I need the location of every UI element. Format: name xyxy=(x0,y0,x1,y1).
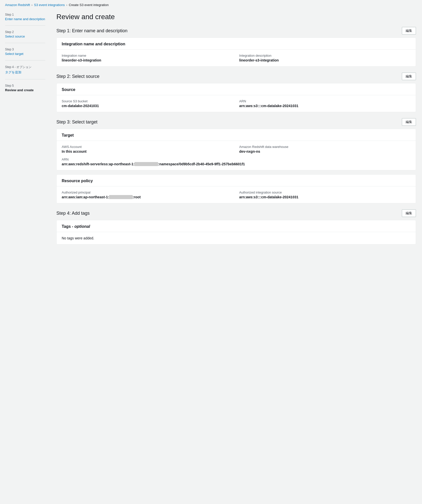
step2-card-body: Source S3 bucket cm-datalake-20241031 AR… xyxy=(57,95,416,112)
step4-title: タグを追加 xyxy=(5,70,45,75)
step5-title: Review and create xyxy=(5,88,45,92)
step4-label: Step 4 - オプション xyxy=(5,65,45,69)
target-field-row1: AWS Account In this account Amazon Redsh… xyxy=(62,145,411,153)
integration-name-value: lineorder-s3-integration xyxy=(62,58,233,62)
resource-policy-card-title: Resource policy xyxy=(57,175,416,186)
step2-title: Select source xyxy=(5,35,45,38)
resource-policy-card: Resource policy Authorized principal arn… xyxy=(56,174,416,203)
main-content: Review and create Step 1: Enter name and… xyxy=(50,9,422,503)
step5-label: Step 5 xyxy=(5,84,45,87)
section-step3-title: Step 3: Select target xyxy=(56,119,97,125)
section-step4-header: Step 4: Add tags 編集 xyxy=(56,209,416,217)
section-step2: Step 2: Select source 編集 Source Source S… xyxy=(56,73,416,112)
sidebar-step-5: Step 5 Review and create xyxy=(5,84,45,97)
authorized-principal-label: Authorized principal xyxy=(62,191,233,194)
authorized-principal-suffix: :root xyxy=(133,195,141,199)
edit-step1-button[interactable]: 編集 xyxy=(402,27,416,35)
authorized-integration-source: Authorized integration source arn:aws:s3… xyxy=(239,191,411,199)
sidebar-step-2: Step 2 Select source xyxy=(5,30,45,43)
authorized-integration-source-label: Authorized integration source xyxy=(239,191,411,194)
target-arn-redacted: 123456789012 xyxy=(134,162,158,166)
step2-label: Step 2 xyxy=(5,30,45,34)
section-step3: Step 3: Select target 編集 Target AWS Acco… xyxy=(56,118,416,203)
authorized-principal: Authorized principal arn:aws:iam:ap-nort… xyxy=(62,191,233,199)
step4-card-title-bold: Tags - xyxy=(62,224,74,229)
target-card-body: AWS Account In this account Amazon Redsh… xyxy=(57,141,416,170)
section-step1-title: Step 1: Enter name and description xyxy=(56,28,127,34)
step3-label: Step 3 xyxy=(5,48,45,51)
breadcrumb-current: Create S3 event integration xyxy=(69,3,109,7)
step1-card-body: Integration name lineorder-s3-integratio… xyxy=(57,50,416,66)
step2-card-title: Source xyxy=(57,83,416,95)
step1-link[interactable]: Enter name and description xyxy=(5,17,45,21)
integration-name-label: Integration name xyxy=(62,54,233,57)
authorized-principal-value: arn:aws:iam:ap-northeast-1:123456789012:… xyxy=(62,195,233,199)
sidebar-step-3: Step 3 Select target xyxy=(5,48,45,60)
redshift-dw-label: Amazon Redshift data warehouse xyxy=(239,145,411,149)
breadcrumb-s3-event-integrations[interactable]: S3 event integrations xyxy=(34,3,65,7)
target-arn-suffix: :namespace/0d9b5cdf-2b40-45e9-9ff1-257be… xyxy=(158,162,245,166)
step1-field-integration-desc: Integration description lineorder-s3-int… xyxy=(239,54,411,62)
step2-field-bucket: Source S3 bucket cm-datalake-20241031 xyxy=(62,99,233,108)
section-step2-header: Step 2: Select source 編集 xyxy=(56,73,416,80)
step1-card-title: Integration name and description xyxy=(57,38,416,50)
target-arn-prefix: arn:aws:redshift-serverless:ap-northeast… xyxy=(62,162,134,166)
step2-card: Source Source S3 bucket cm-datalake-2024… xyxy=(56,83,416,112)
resource-policy-card-body: Authorized principal arn:aws:iam:ap-nort… xyxy=(57,186,416,203)
source-arn-label: ARN xyxy=(239,99,411,103)
aws-account-value: In this account xyxy=(62,149,233,153)
authorized-principal-prefix: arn:aws:iam:ap-northeast-1: xyxy=(62,195,109,199)
sidebar-step-4: Step 4 - オプション タグを追加 xyxy=(5,65,45,79)
step3-link[interactable]: Select target xyxy=(5,52,23,56)
edit-step3-button[interactable]: 編集 xyxy=(402,118,416,126)
step4-card-title-italic: optional xyxy=(74,224,90,229)
target-redshift-dw: Amazon Redshift data warehouse dev-nxgn-… xyxy=(239,145,411,153)
authorized-principal-redacted: 123456789012 xyxy=(109,195,132,199)
section-step4-title: Step 4: Add tags xyxy=(56,211,90,216)
step4-card: Tags - optional No tags were added. xyxy=(56,220,416,244)
resource-policy-field-grid: Authorized principal arn:aws:iam:ap-nort… xyxy=(62,191,411,199)
section-step1: Step 1: Enter name and description 編集 In… xyxy=(56,27,416,67)
target-card: Target AWS Account In this account Amazo… xyxy=(56,129,416,170)
source-bucket-value: cm-datalake-20241031 xyxy=(62,104,233,108)
target-card-title: Target xyxy=(57,129,416,141)
target-arn-value: arn:aws:redshift-serverless:ap-northeast… xyxy=(62,162,411,166)
step1-title: Enter name and description xyxy=(5,17,45,21)
breadcrumb-separator-1: › xyxy=(31,3,32,7)
integration-desc-label: Integration description xyxy=(239,54,411,57)
step4-link[interactable]: タグを追加 xyxy=(5,70,21,74)
section-step2-title: Step 2: Select source xyxy=(56,74,99,79)
section-step3-header: Step 3: Select target 編集 xyxy=(56,118,416,126)
step2-link[interactable]: Select source xyxy=(5,35,25,38)
source-bucket-label: Source S3 bucket xyxy=(62,99,233,103)
step1-card: Integration name and description Integra… xyxy=(56,38,416,67)
source-arn-value: arn:aws:s3:::cm-datalake-20241031 xyxy=(239,104,411,108)
edit-step2-button[interactable]: 編集 xyxy=(402,73,416,80)
step2-field-grid: Source S3 bucket cm-datalake-20241031 AR… xyxy=(62,99,411,108)
breadcrumb: Amazon Redshift › S3 event integrations … xyxy=(0,0,422,9)
target-arn-group: ARN arn:aws:redshift-serverless:ap-north… xyxy=(62,158,411,166)
step1-field-grid: Integration name lineorder-s3-integratio… xyxy=(62,54,411,62)
step3-title: Select target xyxy=(5,52,45,56)
sidebar: Step 1 Enter name and description Step 2… xyxy=(0,9,50,503)
edit-step4-button[interactable]: 編集 xyxy=(402,209,416,217)
target-aws-account: AWS Account In this account xyxy=(62,145,233,153)
section-step4: Step 4: Add tags 編集 Tags - optional No t… xyxy=(56,209,416,244)
page-title: Review and create xyxy=(56,13,416,21)
step4-card-title: Tags - optional xyxy=(57,220,416,232)
redshift-dw-value: dev-nxgn-ns xyxy=(239,149,411,153)
step2-field-arn: ARN arn:aws:s3:::cm-datalake-20241031 xyxy=(239,99,411,108)
step4-card-body: No tags were added. xyxy=(57,232,416,244)
breadcrumb-separator-2: › xyxy=(66,3,67,7)
authorized-integration-source-value: arn:aws:s3:::cm-datalake-20241031 xyxy=(239,195,411,199)
no-tags-message: No tags were added. xyxy=(62,236,94,240)
integration-desc-value: lineorder-s3-integration xyxy=(239,58,411,62)
sidebar-step-1: Step 1 Enter name and description xyxy=(5,13,45,26)
step1-field-integration-name: Integration name lineorder-s3-integratio… xyxy=(62,54,233,62)
target-arn-label: ARN xyxy=(62,158,411,161)
breadcrumb-amazon-redshift[interactable]: Amazon Redshift xyxy=(5,3,30,7)
step1-label: Step 1 xyxy=(5,13,45,16)
aws-account-label: AWS Account xyxy=(62,145,233,149)
section-step1-header: Step 1: Enter name and description 編集 xyxy=(56,27,416,35)
